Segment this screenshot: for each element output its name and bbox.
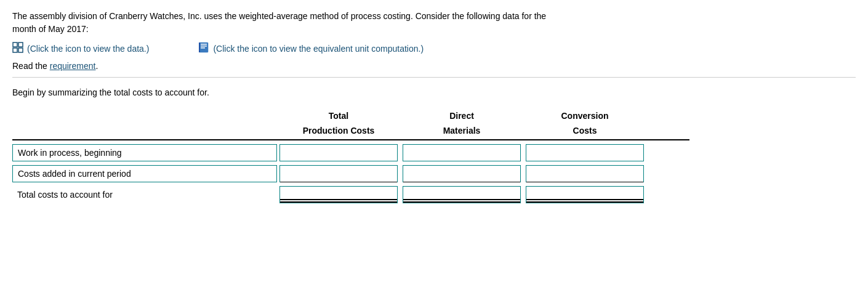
svg-rect-3 xyxy=(18,48,23,52)
wip-label: Work in process, beginning xyxy=(12,144,277,161)
intro-text-line2: month of May 2017: xyxy=(12,24,89,34)
total-production-cell xyxy=(279,186,398,203)
sub-header-materials: Materials xyxy=(400,124,523,137)
costs-added-conversion-cell xyxy=(526,165,644,182)
total-conversion-input[interactable] xyxy=(526,187,643,199)
intro-text-line1: The assembly division of Cranberry Watch… xyxy=(12,11,546,21)
wip-conversion-input[interactable] xyxy=(526,145,643,157)
total-direct-cell xyxy=(403,186,521,203)
costs-added-conversion-input[interactable] xyxy=(526,166,643,180)
single-underline-1 xyxy=(280,180,397,182)
data-link-text: (Click the icon to view the data.) xyxy=(27,44,149,54)
wip-direct-input[interactable] xyxy=(403,145,520,157)
svg-rect-2 xyxy=(13,48,17,52)
costs-added-direct-cell xyxy=(403,165,521,182)
double-underline-2 xyxy=(403,199,520,203)
table-row-wip: Work in process, beginning xyxy=(12,144,689,161)
costs-table: Total Direct Conversion Production Costs… xyxy=(12,110,689,203)
data-icon-link[interactable]: (Click the icon to view the data.) xyxy=(12,42,149,55)
svg-rect-5 xyxy=(201,44,207,45)
read-prefix: Read the xyxy=(12,61,50,71)
single-underline-2 xyxy=(403,180,520,182)
icon-links-row: (Click the icon to view the data.) (Clic… xyxy=(12,42,856,55)
read-requirement-line: Read the requirement. xyxy=(12,61,856,71)
equiv-unit-icon-link[interactable]: (Click the icon to view the equivalent u… xyxy=(198,42,424,55)
header-total: Total xyxy=(277,110,400,122)
total-production-input[interactable] xyxy=(280,187,397,199)
costs-added-label: Costs added in current period xyxy=(12,165,277,182)
costs-added-total-cell xyxy=(279,165,398,182)
table-row-costs-added: Costs added in current period xyxy=(12,165,689,182)
total-direct-input[interactable] xyxy=(403,187,520,199)
requirement-link[interactable]: requirement xyxy=(50,61,96,71)
svg-rect-7 xyxy=(201,47,205,49)
svg-rect-0 xyxy=(13,43,17,47)
header-empty xyxy=(12,110,277,122)
costs-added-direct-input[interactable] xyxy=(403,166,520,180)
total-conversion-cell xyxy=(526,186,644,203)
sub-header-costs: Costs xyxy=(523,124,646,137)
sub-header-production: Production Costs xyxy=(277,124,400,137)
table-header-row2: Production Costs Materials Costs xyxy=(12,124,689,140)
double-underline-3 xyxy=(526,199,643,203)
wip-conversion-input-cell xyxy=(526,144,644,161)
header-direct: Direct xyxy=(400,110,523,122)
double-underline-1 xyxy=(280,199,397,203)
book-icon xyxy=(198,42,209,55)
wip-direct-input-cell xyxy=(403,144,521,161)
costs-added-total-input[interactable] xyxy=(280,166,397,180)
wip-total-input[interactable] xyxy=(280,145,397,157)
total-label: Total costs to account for xyxy=(12,187,277,202)
single-underline-3 xyxy=(526,180,643,182)
table-header-row1: Total Direct Conversion xyxy=(12,110,689,122)
equiv-link-text: (Click the icon to view the equivalent u… xyxy=(213,44,424,54)
svg-rect-1 xyxy=(18,43,23,47)
header-conversion: Conversion xyxy=(523,110,646,122)
grid-icon xyxy=(12,42,23,55)
svg-rect-6 xyxy=(201,46,207,47)
read-suffix: . xyxy=(95,61,98,71)
sub-header-empty xyxy=(12,124,277,137)
instruction-text: Begin by summarizing the total costs to … xyxy=(12,87,856,97)
intro-paragraph: The assembly division of Cranberry Watch… xyxy=(12,10,856,36)
table-row-total: Total costs to account for xyxy=(12,186,689,203)
wip-total-input-cell xyxy=(279,144,398,161)
section-divider xyxy=(12,77,856,78)
